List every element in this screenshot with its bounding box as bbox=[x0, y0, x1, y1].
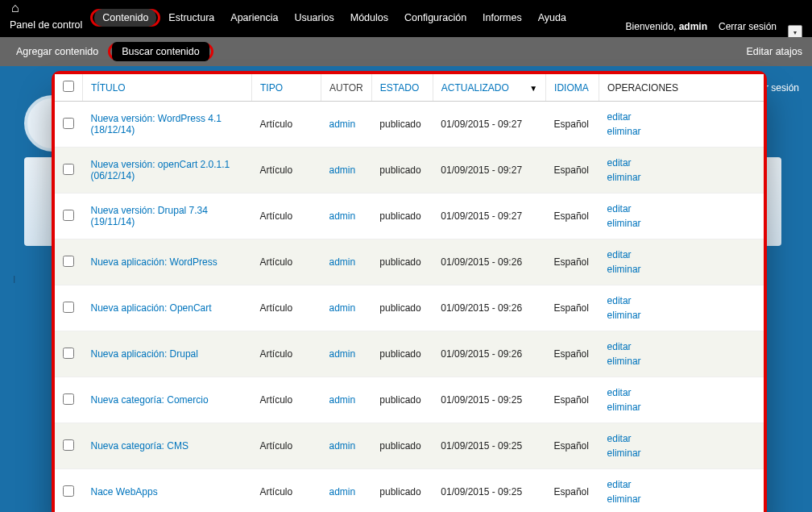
content-title-link[interactable]: Nueva categoría: Comercio bbox=[91, 394, 209, 406]
home-icon[interactable]: ⌂ bbox=[11, 2, 19, 15]
cell-estado: publicado bbox=[371, 102, 433, 148]
content-title-link[interactable]: Nueva aplicación: Drupal bbox=[91, 348, 198, 360]
edit-link[interactable]: editar bbox=[607, 156, 756, 170]
content-title-link[interactable]: Nace WebApps bbox=[91, 486, 158, 497]
menu-usuarios[interactable]: Usuarios bbox=[286, 9, 342, 27]
cell-autor: admin bbox=[321, 148, 372, 194]
cell-operaciones: editareliminar bbox=[599, 194, 764, 239]
cell-autor: admin bbox=[321, 423, 372, 469]
sort-estado[interactable]: ESTADO bbox=[380, 82, 419, 94]
delete-link[interactable]: eliminar bbox=[607, 124, 756, 139]
edit-link[interactable]: editar bbox=[607, 248, 756, 262]
cell-idioma: Español bbox=[546, 285, 599, 331]
edit-shortcuts-link[interactable]: Editar atajos bbox=[747, 46, 802, 57]
edit-link[interactable]: editar bbox=[607, 339, 756, 354]
author-link[interactable]: admin bbox=[329, 302, 356, 314]
row-checkbox[interactable] bbox=[63, 256, 74, 267]
row-checkbox[interactable] bbox=[63, 348, 74, 359]
delete-link[interactable]: eliminar bbox=[607, 170, 756, 185]
row-checkbox[interactable] bbox=[63, 164, 74, 175]
author-link[interactable]: admin bbox=[329, 210, 356, 222]
row-checkbox[interactable] bbox=[63, 210, 74, 221]
table-row: Nueva aplicación: WordPressArtículoadmin… bbox=[55, 239, 764, 285]
author-link[interactable]: admin bbox=[329, 164, 356, 176]
author-link[interactable]: admin bbox=[329, 256, 356, 268]
edit-link[interactable]: editar bbox=[607, 385, 756, 400]
row-checkbox[interactable] bbox=[63, 485, 74, 497]
cell-autor: admin bbox=[321, 285, 372, 331]
cell-idioma: Español bbox=[546, 377, 599, 423]
row-checkbox[interactable] bbox=[63, 302, 74, 313]
header-operaciones: OPERACIONES bbox=[607, 82, 678, 94]
subbar-agregar-contenido[interactable]: Agregar contenido bbox=[10, 43, 105, 60]
cell-idioma: Español bbox=[546, 331, 599, 377]
sort-actualizado[interactable]: ACTUALIZADO bbox=[441, 82, 509, 94]
edit-link[interactable]: editar bbox=[607, 293, 756, 308]
menu-configuracion[interactable]: Configuración bbox=[396, 9, 474, 27]
cell-actualizado: 01/09/2015 - 09:25 bbox=[433, 469, 545, 513]
cell-title: Nace WebApps bbox=[83, 469, 252, 513]
content-title-link[interactable]: Nueva versión: Drupal 7.34 (19/11/14) bbox=[91, 205, 208, 227]
row-checkbox-cell bbox=[55, 423, 83, 469]
edit-link[interactable]: editar bbox=[607, 202, 756, 216]
row-checkbox-cell bbox=[55, 331, 83, 377]
author-link[interactable]: admin bbox=[329, 486, 356, 497]
cell-estado: publicado bbox=[371, 285, 433, 331]
content-title-link[interactable]: Nueva aplicación: WordPress bbox=[91, 256, 218, 268]
menu-panel-de-control[interactable]: Panel de control bbox=[10, 16, 90, 34]
author-link[interactable]: admin bbox=[329, 394, 356, 406]
cell-estado: publicado bbox=[371, 148, 433, 194]
cell-title: Nueva aplicación: Drupal bbox=[83, 331, 252, 377]
cell-actualizado: 01/09/2015 - 09:27 bbox=[433, 148, 545, 194]
cell-tipo: Artículo bbox=[252, 285, 321, 331]
sort-titulo[interactable]: TÍTULO bbox=[91, 82, 126, 94]
welcome-username: admin bbox=[679, 21, 707, 32]
cell-autor: admin bbox=[321, 239, 372, 285]
cell-title: Nueva categoría: CMS bbox=[83, 423, 252, 469]
sort-tipo[interactable]: TIPO bbox=[260, 82, 283, 94]
col-operaciones: OPERACIONES bbox=[599, 74, 764, 102]
delete-link[interactable]: eliminar bbox=[607, 354, 756, 368]
menu-apariencia[interactable]: Apariencia bbox=[222, 9, 286, 27]
table-row: Nueva aplicación: DrupalArtículoadminpub… bbox=[55, 331, 764, 377]
cell-title: Nueva aplicación: OpenCart bbox=[83, 285, 252, 331]
row-checkbox[interactable] bbox=[63, 439, 74, 451]
cell-title: Nueva versión: WordPress 4.1 (18/12/14) bbox=[83, 102, 252, 148]
content-title-link[interactable]: Nueva versión: WordPress 4.1 (18/12/14) bbox=[91, 113, 222, 135]
row-checkbox[interactable] bbox=[63, 393, 74, 405]
cell-autor: admin bbox=[321, 377, 372, 423]
select-all-checkbox[interactable] bbox=[63, 81, 74, 92]
menu-informes[interactable]: Informes bbox=[474, 9, 530, 27]
menu-estructura[interactable]: Estructura bbox=[160, 9, 222, 27]
content-title-link[interactable]: Nueva versión: openCart 2.0.1.1 (06/12/1… bbox=[91, 159, 230, 181]
menu-ayuda[interactable]: Ayuda bbox=[530, 9, 574, 27]
edit-link[interactable]: editar bbox=[607, 110, 756, 124]
cell-title: Nueva aplicación: WordPress bbox=[83, 239, 252, 285]
cell-autor: admin bbox=[321, 194, 372, 239]
sort-idioma[interactable]: IDIOMA bbox=[554, 82, 589, 94]
delete-link[interactable]: eliminar bbox=[607, 308, 756, 323]
content-title-link[interactable]: Nueva aplicación: OpenCart bbox=[91, 302, 212, 314]
row-checkbox-cell bbox=[55, 469, 83, 513]
delete-link[interactable]: eliminar bbox=[607, 216, 756, 231]
cell-idioma: Español bbox=[546, 469, 599, 513]
delete-link[interactable]: eliminar bbox=[607, 492, 756, 506]
subbar-buscar-contenido[interactable]: Buscar contenido bbox=[112, 42, 209, 61]
row-checkbox-cell bbox=[55, 239, 83, 285]
cell-idioma: Español bbox=[546, 102, 599, 148]
content-title-link[interactable]: Nueva categoría: CMS bbox=[91, 440, 188, 452]
edit-link[interactable]: editar bbox=[607, 431, 756, 446]
menu-modulos[interactable]: Módulos bbox=[342, 9, 396, 27]
menu-contenido[interactable]: Contenido bbox=[94, 9, 156, 27]
delete-link[interactable]: eliminar bbox=[607, 262, 756, 277]
delete-link[interactable]: eliminar bbox=[607, 400, 756, 414]
author-link[interactable]: admin bbox=[329, 348, 356, 360]
cell-estado: publicado bbox=[371, 469, 433, 513]
cell-actualizado: 01/09/2015 - 09:26 bbox=[433, 331, 545, 377]
delete-link[interactable]: eliminar bbox=[607, 446, 756, 460]
row-checkbox[interactable] bbox=[63, 118, 74, 129]
edit-link[interactable]: editar bbox=[607, 477, 756, 492]
logout-link[interactable]: Cerrar sesión bbox=[719, 21, 777, 32]
author-link[interactable]: admin bbox=[329, 440, 356, 452]
author-link[interactable]: admin bbox=[329, 119, 356, 130]
